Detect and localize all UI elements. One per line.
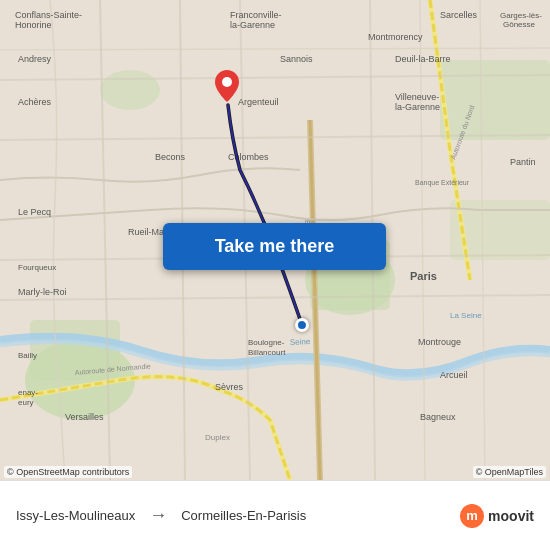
footer-origin: Issy-Les-Moulineaux bbox=[16, 508, 135, 523]
svg-text:Sèvres: Sèvres bbox=[215, 382, 244, 392]
moovit-logo: m moovit bbox=[460, 504, 534, 528]
svg-text:Conflans-Sainte-: Conflans-Sainte- bbox=[15, 10, 82, 20]
moovit-text: moovit bbox=[488, 508, 534, 524]
svg-text:Becons: Becons bbox=[155, 152, 186, 162]
svg-text:Banque Extérieur: Banque Extérieur bbox=[415, 179, 470, 187]
attribution-left: © OpenStreetMap contributors bbox=[4, 466, 132, 478]
svg-text:Montmorency: Montmorency bbox=[368, 32, 423, 42]
svg-text:la-Garenne: la-Garenne bbox=[230, 20, 275, 30]
svg-text:Boulogne-: Boulogne- bbox=[248, 338, 285, 347]
svg-text:Bailly: Bailly bbox=[18, 351, 37, 360]
svg-text:Honorine: Honorine bbox=[15, 20, 52, 30]
map-container: Conflans-Sainte- Honorine Franconville- … bbox=[0, 0, 550, 480]
svg-text:Bagneux: Bagneux bbox=[420, 412, 456, 422]
svg-text:Sarcelles: Sarcelles bbox=[440, 10, 478, 20]
footer-route: Issy-Les-Moulineaux → Cormeilles-En-Pari… bbox=[16, 505, 306, 526]
svg-point-5 bbox=[100, 70, 160, 110]
svg-text:Garges-lès-: Garges-lès- bbox=[500, 11, 542, 20]
footer: Issy-Les-Moulineaux → Cormeilles-En-Pari… bbox=[0, 480, 550, 550]
svg-text:Marly-le-Roi: Marly-le-Roi bbox=[18, 287, 67, 297]
svg-text:Montrouge: Montrouge bbox=[418, 337, 461, 347]
svg-text:Deuil-la-Barre: Deuil-la-Barre bbox=[395, 54, 451, 64]
svg-text:Seine: Seine bbox=[290, 337, 311, 347]
svg-text:enay-: enay- bbox=[18, 388, 38, 397]
moovit-icon: m bbox=[460, 504, 484, 528]
svg-text:Achères: Achères bbox=[18, 97, 52, 107]
footer-arrow: → bbox=[149, 505, 167, 526]
svg-text:Andresy: Andresy bbox=[18, 54, 52, 64]
svg-text:Argenteuil: Argenteuil bbox=[238, 97, 279, 107]
svg-text:Versailles: Versailles bbox=[65, 412, 104, 422]
svg-text:La Seine: La Seine bbox=[450, 311, 482, 320]
svg-text:Franconville-: Franconville- bbox=[230, 10, 282, 20]
svg-text:Fourqueux: Fourqueux bbox=[18, 263, 56, 272]
svg-text:Le Pecq: Le Pecq bbox=[18, 207, 51, 217]
svg-text:Sannois: Sannois bbox=[280, 54, 313, 64]
svg-point-48 bbox=[222, 77, 232, 87]
origin-dot bbox=[295, 318, 309, 332]
svg-text:la-Garenne: la-Garenne bbox=[395, 102, 440, 112]
svg-text:eury: eury bbox=[18, 398, 34, 407]
svg-text:Arcueil: Arcueil bbox=[440, 370, 468, 380]
svg-text:Gônesse: Gônesse bbox=[503, 20, 536, 29]
svg-text:Paris: Paris bbox=[410, 270, 437, 282]
svg-text:Pantin: Pantin bbox=[510, 157, 536, 167]
svg-text:Colombes: Colombes bbox=[228, 152, 269, 162]
svg-text:Billancourt: Billancourt bbox=[248, 348, 286, 357]
svg-rect-6 bbox=[440, 60, 550, 140]
attribution-right: © OpenMapTiles bbox=[473, 466, 546, 478]
take-me-there-button[interactable]: Take me there bbox=[163, 223, 386, 270]
svg-text:Duplex: Duplex bbox=[205, 433, 230, 442]
destination-pin bbox=[215, 70, 239, 102]
svg-text:Villeneuve-: Villeneuve- bbox=[395, 92, 439, 102]
footer-destination: Cormeilles-En-Parisis bbox=[181, 508, 306, 523]
